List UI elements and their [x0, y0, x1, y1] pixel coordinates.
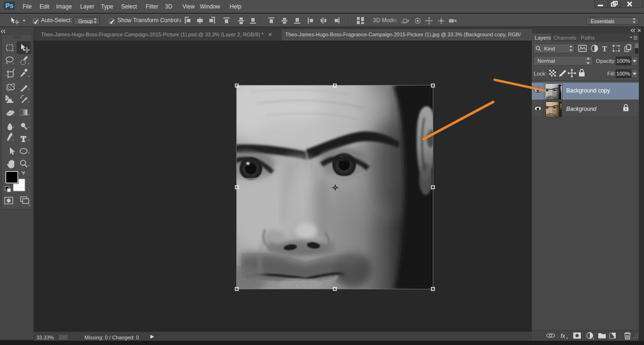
svg-text:fx: fx	[561, 332, 566, 339]
svg-text:T: T	[21, 135, 26, 143]
svg-text:T: T	[602, 45, 607, 53]
